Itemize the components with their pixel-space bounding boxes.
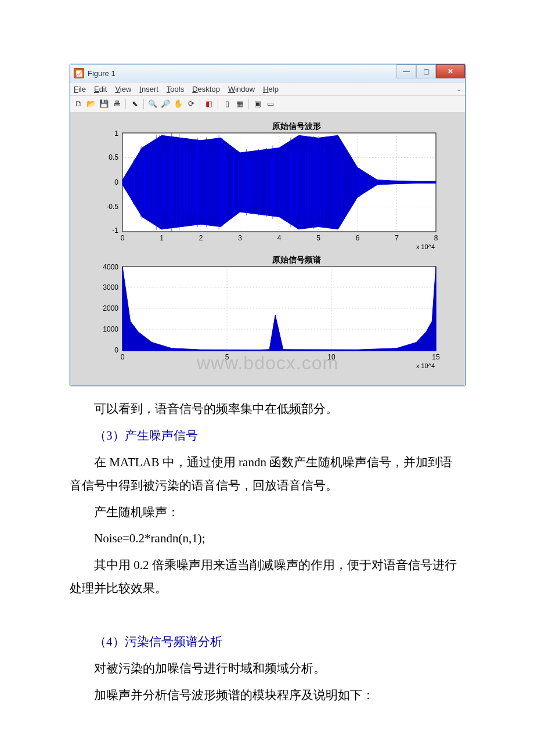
svg-text:6: 6 xyxy=(356,234,360,242)
section-heading: （4）污染信号频谱分析 xyxy=(70,631,464,654)
menu-window[interactable]: Window xyxy=(228,85,255,93)
pan-icon[interactable]: ✋ xyxy=(172,98,184,110)
minimize-button[interactable]: — xyxy=(396,64,416,78)
legend-icon[interactable]: ▣ xyxy=(252,98,264,110)
menu-tools[interactable]: Tools xyxy=(167,85,184,93)
window-title: Figure 1 xyxy=(88,69,116,78)
svg-text:7: 7 xyxy=(395,234,399,242)
chart1-title: 原始信号波形 xyxy=(272,122,321,131)
svg-text:1: 1 xyxy=(160,234,164,242)
svg-text:3000: 3000 xyxy=(103,283,118,291)
menu-edit[interactable]: Edit xyxy=(94,85,107,93)
menu-view[interactable]: View xyxy=(115,85,131,93)
svg-text:4: 4 xyxy=(277,234,282,242)
svg-text:4000: 4000 xyxy=(103,263,118,271)
menubar: File Edit View Insert Tools Desktop Wind… xyxy=(70,82,465,96)
paragraph: 产生随机噪声： xyxy=(70,501,464,524)
colorbar-icon[interactable]: ▦ xyxy=(234,98,246,110)
matlab-figure-window: 📈 Figure 1 — ▢ ✕ File Edit View Insert T… xyxy=(70,64,466,386)
menu-desktop[interactable]: Desktop xyxy=(192,85,220,93)
toolbar: 🗋 📂 💾 🖶 ⬉ 🔍 🔎 ✋ ⟳ ◧ ▯ ▦ ▣ ▭ xyxy=(70,96,465,113)
svg-text:5: 5 xyxy=(225,353,229,361)
menu-help[interactable]: Help xyxy=(263,85,279,93)
toolbar-separator xyxy=(218,99,218,109)
menu-insert[interactable]: Insert xyxy=(139,85,158,93)
paragraph: 可以看到，语音信号的频率集中在低频部分。 xyxy=(70,398,464,421)
svg-text:0.5: 0.5 xyxy=(109,153,118,161)
svg-text:1: 1 xyxy=(114,129,118,138)
zoom-out-icon[interactable]: 🔎 xyxy=(160,98,171,110)
svg-text:5: 5 xyxy=(316,234,320,242)
svg-text:2000: 2000 xyxy=(103,304,118,312)
chart2-xscale: x 10^4 xyxy=(416,362,435,369)
brush-icon[interactable]: ▯ xyxy=(221,98,233,110)
paragraph: 其中用 0.2 倍乘噪声用来适当削减噪声的作用，便于对语音信号进行处理并比较效果… xyxy=(70,554,464,600)
maximize-button[interactable]: ▢ xyxy=(416,64,436,78)
new-file-icon[interactable]: 🗋 xyxy=(73,98,84,110)
toolbar-separator xyxy=(248,99,249,109)
toolbar-separator xyxy=(143,99,144,109)
paragraph: 在 MATLAB 中，通过使用 randn 函数产生随机噪声信号，并加到语音信号… xyxy=(70,451,464,498)
svg-text:0: 0 xyxy=(121,234,125,242)
section-heading: （3）产生噪声信号 xyxy=(70,424,464,448)
svg-text:8: 8 xyxy=(434,234,438,242)
svg-text:0: 0 xyxy=(121,353,125,361)
paragraph: 加噪声并分析信号波形频谱的模块程序及说明如下： xyxy=(70,684,464,707)
save-icon[interactable]: 💾 xyxy=(98,98,110,110)
dock-icon[interactable]: ▭ xyxy=(265,98,276,110)
svg-text:3: 3 xyxy=(238,234,242,242)
window-titlebar: 📈 Figure 1 — ▢ ✕ xyxy=(70,64,465,82)
chart2-axes: 4000 3000 2000 1000 0 0 5 10 15 x 10^4 xyxy=(103,263,440,369)
data-cursor-icon[interactable]: ◧ xyxy=(203,98,215,110)
close-button[interactable]: ✕ xyxy=(436,64,465,78)
code-line: Noise=0.2*randn(n,1); xyxy=(70,527,464,550)
chart1-xscale: x 10^4 xyxy=(416,243,435,250)
svg-text:0: 0 xyxy=(114,178,118,186)
open-icon[interactable]: 📂 xyxy=(85,98,97,110)
menu-corner-icon: ⌄ xyxy=(456,85,461,93)
window-controls: — ▢ ✕ xyxy=(396,64,465,77)
charts-svg: 原始信号波形 xyxy=(76,118,459,374)
svg-text:-0.5: -0.5 xyxy=(106,203,118,211)
paragraph xyxy=(70,604,464,627)
rotate-icon[interactable]: ⟳ xyxy=(185,98,197,110)
matlab-icon: 📈 xyxy=(74,68,84,78)
chart2-title: 原始信号频谱 xyxy=(272,255,321,264)
zoom-in-icon[interactable]: 🔍 xyxy=(147,98,158,110)
pointer-icon[interactable]: ⬉ xyxy=(129,98,140,110)
svg-text:10: 10 xyxy=(327,353,335,361)
plot-area: 原始信号波形 xyxy=(70,113,465,386)
print-icon[interactable]: 🖶 xyxy=(111,98,122,110)
toolbar-separator xyxy=(200,99,200,109)
toolbar-separator xyxy=(125,99,126,109)
svg-text:1000: 1000 xyxy=(103,325,118,333)
paragraph: 对被污染的加噪信号进行时域和频域分析。 xyxy=(70,657,464,681)
svg-text:-1: -1 xyxy=(112,226,118,235)
document-body: 可以看到，语音信号的频率集中在低频部分。 （3）产生噪声信号 在 MATLAB … xyxy=(70,398,464,707)
svg-text:0: 0 xyxy=(114,346,118,354)
menu-file[interactable]: File xyxy=(74,85,86,93)
svg-text:15: 15 xyxy=(432,353,440,361)
svg-text:2: 2 xyxy=(199,234,203,242)
